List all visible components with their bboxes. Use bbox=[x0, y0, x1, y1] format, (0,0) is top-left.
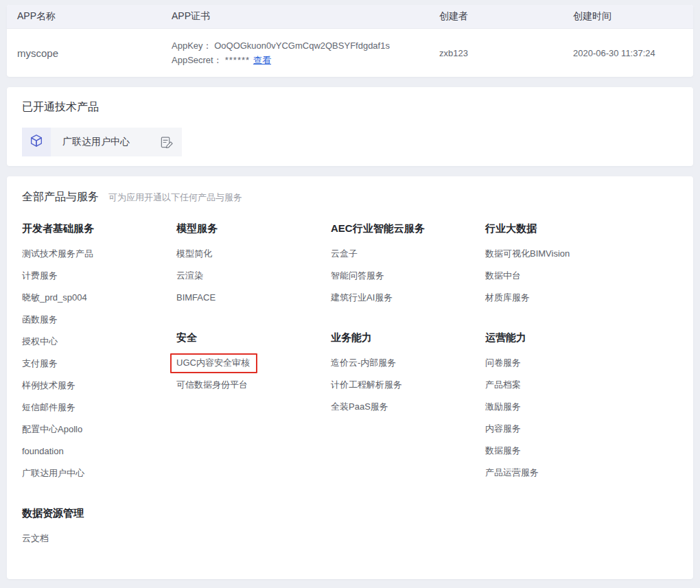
table-row: myscope AppKey： OoQOGkuon0vYCGmCqw2QBSYF… bbox=[7, 29, 693, 77]
product-group-header: AEC行业智能云服务 bbox=[331, 222, 485, 235]
product-group-header: 模型服务 bbox=[176, 222, 331, 235]
product-link[interactable]: 造价云-内部服务 bbox=[331, 358, 485, 368]
product-link[interactable]: 数据可视化BIMVision bbox=[485, 249, 640, 259]
product-link[interactable]: 授权中心 bbox=[22, 337, 176, 346]
highlighted-product[interactable]: UGC内容安全审核 bbox=[170, 353, 257, 373]
product-link[interactable]: 计价工程解析服务 bbox=[331, 380, 485, 390]
product-link[interactable]: 全装PaaS服务 bbox=[331, 402, 485, 412]
product-link[interactable]: 内容服务 bbox=[485, 424, 640, 434]
product-link[interactable]: 配置中心Apollo bbox=[22, 425, 176, 434]
product-link[interactable]: 数据服务 bbox=[485, 446, 640, 456]
product-group: 开发者基础服务测试技术服务产品计费服务晓敏_prd_sp004函数服务授权中心支… bbox=[22, 222, 176, 478]
all-products-title: 全部产品与服务 bbox=[22, 190, 99, 204]
appsecret-line: AppSecret：******查看 bbox=[172, 53, 419, 67]
product-link[interactable]: 激励服务 bbox=[485, 402, 640, 412]
product-link[interactable]: foundation bbox=[22, 447, 176, 456]
edit-icon[interactable] bbox=[160, 136, 173, 149]
app-cert-cell: AppKey： OoQOGkuon0vYCGmCqw2QBSYFfdgdaf1s… bbox=[161, 38, 429, 67]
column-header-app-cert: APP证书 bbox=[161, 10, 429, 23]
product-link[interactable]: 产品档案 bbox=[485, 380, 640, 390]
product-icon-box bbox=[22, 128, 51, 156]
page: APP名称 APP证书 创建者 创建时间 myscope AppKey： OoQ… bbox=[0, 0, 700, 587]
product-link[interactable]: 样例技术服务 bbox=[22, 381, 176, 390]
product-link[interactable]: 短信邮件服务 bbox=[22, 403, 176, 412]
product-group: 业务能力造价云-内部服务计价工程解析服务全装PaaS服务 bbox=[331, 331, 485, 412]
appkey-value: OoQOGkuon0vYCGmCqw2QBSYFfdgdaf1s bbox=[214, 40, 390, 51]
product-link[interactable]: 模型简化 bbox=[176, 249, 331, 259]
appkey-label: AppKey： bbox=[172, 40, 212, 51]
appkey-line: AppKey： OoQOGkuon0vYCGmCqw2QBSYFfdgdaf1s bbox=[172, 38, 419, 53]
product-column: AEC行业智能云服务云盒子智能问答服务建筑行业AI服务业务能力造价云-内部服务计… bbox=[331, 222, 485, 556]
opened-products-card: 已开通技术产品 广联达用户中心 bbox=[7, 87, 693, 166]
product-group-header: 数据资源管理 bbox=[22, 507, 176, 519]
product-group-header: 行业大数据 bbox=[485, 222, 640, 235]
all-products-head: 全部产品与服务 可为应用开通以下任何产品与服务 bbox=[22, 190, 678, 204]
product-column: 行业大数据数据可视化BIMVision数据中台材质库服务运营能力问卷服务产品档案… bbox=[485, 222, 640, 556]
product-group-header: 安全 bbox=[176, 331, 331, 344]
product-columns: 开发者基础服务测试技术服务产品计费服务晓敏_prd_sp004函数服务授权中心支… bbox=[22, 222, 678, 556]
opened-product-name: 广联达用户中心 bbox=[51, 136, 160, 148]
product-link[interactable]: 建筑行业AI服务 bbox=[331, 293, 485, 303]
product-link[interactable]: 问卷服务 bbox=[485, 358, 640, 368]
product-link[interactable]: 广联达用户中心 bbox=[22, 469, 176, 478]
column-header-creator: 创建者 bbox=[429, 10, 563, 23]
product-group: 数据资源管理云文档 bbox=[22, 507, 176, 543]
app-name-value: myscope bbox=[7, 47, 161, 59]
product-link[interactable]: 支付服务 bbox=[22, 359, 176, 368]
product-group-header: 业务能力 bbox=[331, 331, 485, 344]
product-link[interactable]: 云文档 bbox=[22, 534, 176, 543]
appsecret-masked-value: ****** bbox=[225, 55, 250, 65]
product-link[interactable]: 数据中台 bbox=[485, 271, 640, 281]
product-column: 开发者基础服务测试技术服务产品计费服务晓敏_prd_sp004函数服务授权中心支… bbox=[22, 222, 176, 556]
product-column: 模型服务模型简化云渲染BIMFACE安全UGC内容安全审核可信数据身份平台 bbox=[176, 222, 331, 556]
all-products-subtitle: 可为应用开通以下任何产品与服务 bbox=[108, 191, 242, 204]
product-group: 运营能力问卷服务产品档案激励服务内容服务数据服务产品运营服务 bbox=[485, 331, 640, 478]
product-link[interactable]: 函数服务 bbox=[22, 315, 176, 325]
product-group: 行业大数据数据可视化BIMVision数据中台材质库服务 bbox=[485, 222, 640, 303]
opened-product-item[interactable]: 广联达用户中心 bbox=[22, 128, 182, 156]
product-group: 安全UGC内容安全审核可信数据身份平台 bbox=[176, 331, 331, 390]
opened-products-title: 已开通技术产品 bbox=[22, 100, 678, 115]
created-time-value: 2020-06-30 11:37:24 bbox=[563, 48, 686, 58]
product-link[interactable]: 晓敏_prd_sp004 bbox=[22, 293, 176, 303]
product-link[interactable]: BIMFACE bbox=[176, 293, 331, 303]
product-link[interactable]: 材质库服务 bbox=[485, 293, 640, 303]
product-group-header: 运营能力 bbox=[485, 331, 640, 344]
appsecret-label: AppSecret： bbox=[172, 55, 222, 65]
column-header-created-time: 创建时间 bbox=[563, 10, 686, 23]
view-secret-link[interactable]: 查看 bbox=[253, 55, 271, 65]
product-group-header: 开发者基础服务 bbox=[22, 222, 176, 235]
product-link[interactable]: 计费服务 bbox=[22, 271, 176, 281]
product-link[interactable]: 云渲染 bbox=[176, 271, 331, 281]
product-link[interactable]: 测试技术服务产品 bbox=[22, 249, 176, 259]
product-link[interactable]: 智能问答服务 bbox=[331, 271, 485, 281]
product-group: AEC行业智能云服务云盒子智能问答服务建筑行业AI服务 bbox=[331, 222, 485, 303]
all-products-card: 全部产品与服务 可为应用开通以下任何产品与服务 开发者基础服务测试技术服务产品计… bbox=[7, 176, 693, 579]
product-group: 模型服务模型简化云渲染BIMFACE bbox=[176, 222, 331, 303]
product-link[interactable]: 产品运营服务 bbox=[485, 468, 640, 478]
app-table-header: APP名称 APP证书 创建者 创建时间 bbox=[7, 5, 693, 29]
product-link[interactable]: 可信数据身份平台 bbox=[176, 380, 331, 390]
column-header-app-name: APP名称 bbox=[7, 10, 161, 23]
product-link[interactable]: 云盒子 bbox=[331, 249, 485, 259]
app-info-card: APP名称 APP证书 创建者 创建时间 myscope AppKey： OoQ… bbox=[7, 5, 693, 77]
cube-icon bbox=[29, 133, 44, 151]
creator-value: zxb123 bbox=[429, 48, 563, 58]
product-link[interactable]: UGC内容安全审核 bbox=[176, 358, 331, 368]
